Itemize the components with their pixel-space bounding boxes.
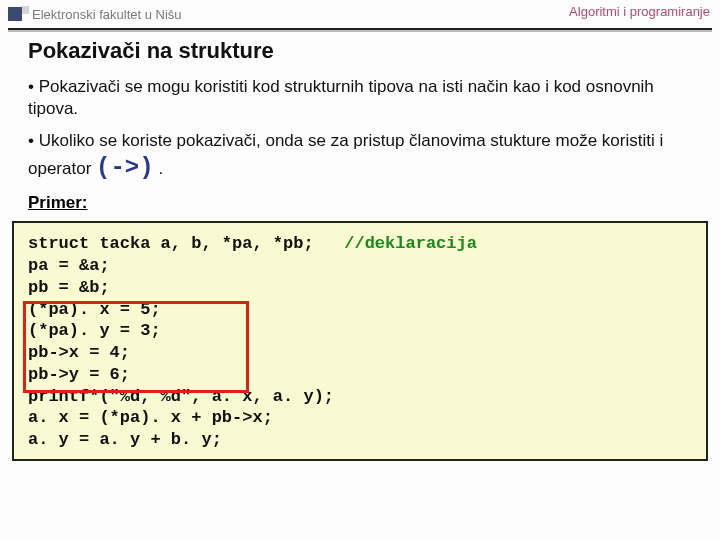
code-line-9: a. x = (*pa). x + pb->x; (28, 407, 696, 429)
header-left: Elektronski fakultet u Nišu (32, 7, 182, 22)
code-text: struct tacka a, b, *pa, *pb; (28, 234, 344, 253)
example-label: Primer: (28, 193, 692, 213)
code-line-1: struct tacka a, b, *pa, *pb; //deklaraci… (28, 233, 696, 255)
body-text: Pokazivači se mogu koristiti kod struktu… (28, 76, 692, 183)
code-line-6: pb->x = 4; (28, 342, 696, 364)
code-line-5: (*pa). y = 3; (28, 320, 696, 342)
header-bar: Elektronski fakultet u Nišu Algoritmi i … (0, 0, 720, 28)
slide: Elektronski fakultet u Nišu Algoritmi i … (0, 0, 720, 540)
code-line-4: (*pa). x = 5; (28, 299, 696, 321)
slide-title: Pokazivači na strukture (28, 38, 692, 64)
operator-arrow: (->) (96, 154, 154, 181)
code-line-8: printf*("%d, %d", a. x, a. y); (28, 386, 696, 408)
header-right: Algoritmi i programiranje (569, 4, 710, 19)
bullet-2-text-b: . (154, 159, 163, 178)
code-line-3: pb = &b; (28, 277, 696, 299)
bullet-2: Ukoliko se koriste pokazivači, onda se z… (28, 130, 692, 183)
content: Pokazivači na strukture Pokazivači se mo… (0, 32, 720, 213)
bullet-1: Pokazivači se mogu koristiti kod struktu… (28, 76, 692, 120)
code-block: struct tacka a, b, *pa, *pb; //deklaraci… (12, 221, 708, 461)
logo-icon (8, 7, 22, 21)
code-line-2: pa = &a; (28, 255, 696, 277)
code-comment: //deklaracija (344, 234, 477, 253)
code-line-7: pb->y = 6; (28, 364, 696, 386)
code-line-10: a. y = a. y + b. y; (28, 429, 696, 451)
divider (8, 28, 712, 30)
